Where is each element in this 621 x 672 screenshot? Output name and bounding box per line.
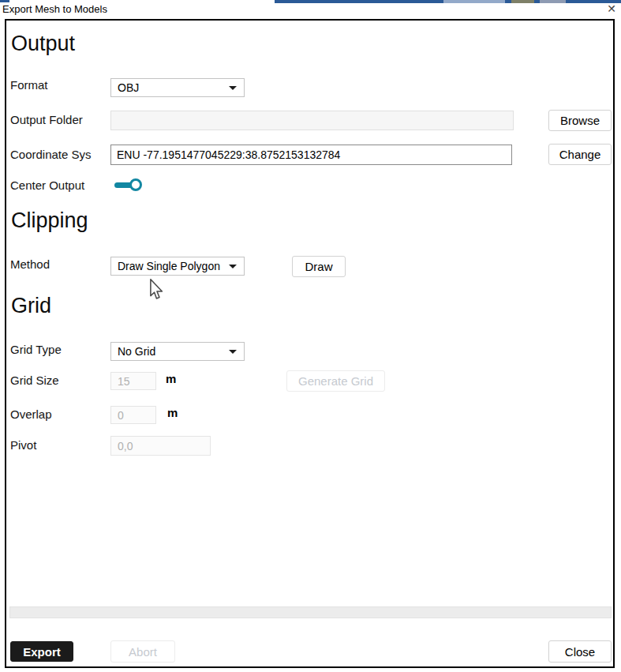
- grid-size-input: [110, 372, 156, 390]
- close-button[interactable]: Close: [548, 640, 612, 663]
- format-dropdown-value: OBJ: [118, 81, 139, 94]
- format-dropdown[interactable]: OBJ: [110, 78, 245, 97]
- toggle-knob: [129, 178, 142, 191]
- grid-section-heading: Grid: [11, 294, 51, 318]
- overlap-unit: m: [167, 406, 178, 419]
- background-app-edge: [0, 0, 9, 2]
- progress-bar: [9, 606, 612, 618]
- grid-type-dropdown-value: No Grid: [118, 345, 155, 358]
- center-output-toggle[interactable]: [114, 178, 142, 192]
- format-label: Format: [10, 77, 48, 93]
- chevron-down-icon: [229, 265, 237, 268]
- method-dropdown-value: Draw Single Polygon: [118, 260, 220, 272]
- clipping-section-heading: Clipping: [11, 208, 88, 233]
- window-title: Export Mesh to Models: [2, 3, 107, 15]
- change-button[interactable]: Change: [548, 144, 612, 165]
- draw-button[interactable]: Draw: [292, 256, 346, 277]
- chevron-down-icon: [229, 350, 237, 354]
- method-dropdown[interactable]: Draw Single Polygon: [110, 257, 245, 276]
- browse-button[interactable]: Browse: [548, 110, 612, 131]
- grid-type-dropdown[interactable]: No Grid: [110, 342, 245, 361]
- pivot-input: [110, 436, 211, 456]
- close-icon[interactable]: ✕: [604, 2, 619, 16]
- method-label: Method: [10, 257, 50, 272]
- abort-button: Abort: [110, 640, 175, 663]
- grid-type-label: Grid Type: [10, 342, 62, 358]
- overlap-label: Overlap: [10, 407, 52, 422]
- output-folder-input[interactable]: [110, 111, 514, 130]
- chevron-down-icon: [229, 86, 237, 90]
- grid-size-label: Grid Size: [10, 373, 59, 389]
- center-output-label: Center Output: [10, 178, 84, 193]
- mouse-cursor-icon: [149, 279, 163, 300]
- background-app-edge: [540, 0, 566, 3]
- output-section-heading: Output: [11, 32, 75, 56]
- export-mesh-dialog: Output Format OBJ Output Folder Browse C…: [5, 19, 615, 668]
- overlap-input: [110, 406, 156, 424]
- background-app-edge: [511, 0, 534, 3]
- pivot-label: Pivot: [10, 437, 36, 453]
- background-app-edge: [443, 0, 505, 3]
- coordinate-sys-label: Coordinate Sys: [10, 147, 92, 163]
- export-button[interactable]: Export: [10, 641, 73, 662]
- output-folder-label: Output Folder: [10, 112, 83, 128]
- generate-grid-button: Generate Grid: [286, 370, 385, 392]
- coordinate-sys-input[interactable]: [110, 145, 512, 165]
- grid-size-unit: m: [166, 372, 176, 385]
